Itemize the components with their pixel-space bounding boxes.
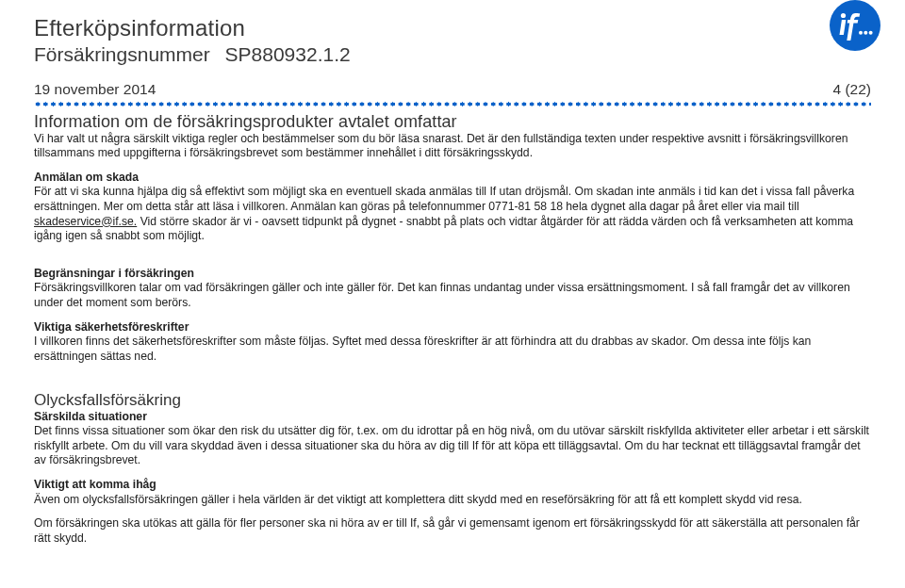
email-link[interactable]: skadeservice@if.se. xyxy=(34,215,137,228)
section-title-products: Information om de försäkringsprodukter a… xyxy=(34,112,871,132)
heading-ihag: Viktigt att komma ihåg xyxy=(34,478,871,493)
intro-paragraph: Vi har valt ut några särskilt viktiga re… xyxy=(34,132,871,161)
anmalan-text-before: För att vi ska kunna hjälpa dig så effek… xyxy=(34,185,854,213)
paragraph-begransningar: Försäkringsvillkoren talar om vad försäk… xyxy=(34,281,871,310)
heading-situationer: Särskilda situationer xyxy=(34,410,871,425)
anmalan-text-after: Vid större skador är vi - oavsett tidpun… xyxy=(34,215,853,243)
paragraph-sakerhet: I villkoren finns det säkerhetsföreskrif… xyxy=(34,335,871,364)
page-number: 4 (22) xyxy=(833,81,872,98)
svg-point-2 xyxy=(864,31,867,35)
insurance-number: SP880932.1.2 xyxy=(225,43,351,65)
heading-begransningar: Begränsningar i försäkringen xyxy=(34,267,871,282)
paragraph-anmalan: För att vi ska kunna hjälpa dig så effek… xyxy=(34,185,871,243)
section-title-olycksfall: Olycksfallsförsäkring xyxy=(34,391,871,410)
paragraph-ihag: Även om olycksfallsförsäkringen gäller i… xyxy=(34,493,871,508)
paragraph-situationer: Det finns vissa situationer som ökar den… xyxy=(34,424,871,468)
if-logo xyxy=(830,0,880,51)
document-date: 19 november 2014 xyxy=(34,81,156,98)
page-title: Efterköpsinformation xyxy=(34,15,871,41)
divider-dots xyxy=(34,102,871,106)
heading-sakerhet: Viktiga säkerhetsföreskrifter xyxy=(34,320,871,335)
insurance-number-line: Försäkringsnummer SP880932.1.2 xyxy=(34,43,871,66)
insurance-label: Försäkringsnummer xyxy=(34,43,210,65)
heading-anmalan: Anmälan om skada xyxy=(34,171,871,186)
svg-point-1 xyxy=(859,31,863,35)
svg-point-3 xyxy=(869,31,873,35)
paragraph-utokas: Om försäkringen ska utökas att gälla för… xyxy=(34,516,871,546)
svg-point-0 xyxy=(841,13,846,18)
